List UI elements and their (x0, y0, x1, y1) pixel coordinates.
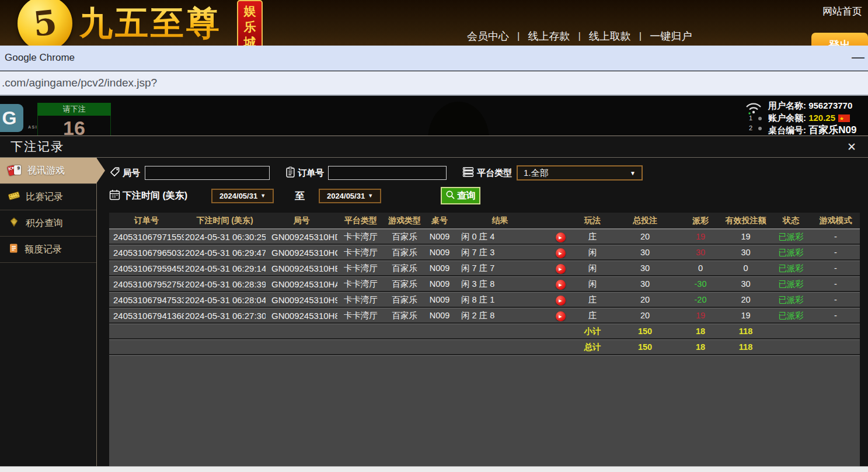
table-list-numbers: 1 2 (749, 113, 762, 133)
app-root: 5 九五至尊 娱乐城 网站首页 会员中心| 线上存款| 线上取款| 一键归户 登… (0, 0, 868, 472)
cell-status: 已派彩 (771, 231, 811, 242)
search-button[interactable]: 查询 (441, 187, 480, 204)
sidebar-item-points-query[interactable]: 积分查询 (0, 210, 96, 237)
nav-separator: | (517, 30, 520, 42)
cell-result: 闲 7 庄 7 (454, 263, 546, 274)
nav-one-key-transfer[interactable]: 一键归户 (650, 29, 692, 43)
clipboard-icon (285, 166, 295, 180)
close-icon[interactable]: ✕ (845, 140, 859, 154)
replay-play-icon[interactable]: ▶ (556, 232, 566, 242)
sidebar-item-label: 比赛记录 (26, 191, 63, 203)
subtotal-label: 小计 (575, 326, 610, 337)
platform-type-select[interactable]: 1.全部 ▼ (517, 165, 643, 181)
svg-text:★: ★ (839, 116, 844, 122)
bet-records-table: 订单号 下注时间 (美东) 局号 平台类型 游戏类型 桌号 结果 玩法 总投注 … (109, 213, 860, 466)
round-number-input[interactable] (145, 166, 270, 180)
nav-deposit[interactable]: 线上存款 (528, 29, 570, 43)
sidebar-item-label: 视讯游戏 (27, 165, 65, 177)
user-info-panel: 用户名称: 956273770 账户余额: 120.25★ 桌台编号: 百家乐N… (768, 99, 856, 136)
replay-play-icon[interactable]: ▶ (556, 311, 566, 321)
sidebar-item-label: 额度记录 (25, 244, 62, 256)
calendar-icon (109, 189, 120, 203)
subtotal-valid: 118 (721, 327, 771, 336)
bet-countdown-widget: 请下注 16 (37, 103, 111, 136)
nav-withdraw[interactable]: 线上取款 (589, 29, 631, 43)
col-header: 局号 (266, 216, 337, 226)
cell-total-bet: 20 (610, 295, 680, 304)
cell-valid-bet: 0 (721, 263, 771, 273)
date-from-picker[interactable]: 2024/05/31 ▼ (211, 189, 274, 203)
cell-platform: 卡卡湾厅 (337, 247, 384, 258)
date-to-picker[interactable]: 2024/05/31 ▼ (319, 189, 381, 203)
balance-value: 120.25 (808, 113, 835, 123)
cell-total-bet: 20 (610, 311, 680, 320)
replay-play-icon[interactable]: ▶ (556, 264, 566, 274)
col-header: 平台类型 (337, 216, 384, 226)
url-text[interactable]: .com/agingame/pcv2/index.jsp? (2, 77, 157, 89)
site-header: 5 九五至尊 娱乐城 网站首页 会员中心| 线上存款| 线上取款| 一键归户 登… (0, 0, 868, 46)
cell-status: 已派彩 (771, 263, 811, 274)
cell-order-no: 240531067941368 (109, 311, 184, 321)
sidebar-item-quota-records[interactable]: 额度记录 (0, 237, 96, 263)
playing-cards-icon: K♥ 9 (8, 165, 22, 176)
cell-replay: ▶ (546, 310, 575, 321)
cell-table-no: N009 (425, 232, 454, 241)
cell-platform: 卡卡湾厅 (337, 294, 384, 306)
platform-type-label: 平台类型 (477, 168, 512, 179)
modal-titlebar: 下注记录 ✕ (0, 136, 868, 158)
cell-game-mode: - (811, 279, 860, 289)
logout-button[interactable]: 登出 (811, 33, 868, 46)
replay-play-icon[interactable]: ▶ (556, 280, 566, 290)
chrome-urlbar[interactable]: .com/agingame/pcv2/index.jsp? (0, 71, 868, 96)
cell-platform: 卡卡湾厅 (337, 231, 384, 242)
ticket-icon (8, 190, 20, 204)
filter-row-2: 下注时间 (美东) 2024/05/31 ▼ 至 2024/05/31 ▼ 查询 (109, 186, 868, 206)
sidebar-item-video-games[interactable]: K♥ 9 视讯游戏 (0, 158, 96, 184)
modal-body: K♥ 9 视讯游戏 比赛记录 积分查询 额度记录 (0, 158, 868, 466)
nav-member-center[interactable]: 会员中心 (467, 29, 509, 43)
cell-round-no: GN009245310HB (266, 263, 337, 273)
game-background-strip: G ASIA GAMING 请下注 16 1 2 用户名称: 956273770… (0, 97, 868, 136)
nav-separator: | (578, 30, 580, 42)
grand-total-valid: 118 (721, 342, 771, 352)
cell-play-side: 闲 (575, 279, 610, 290)
cell-game-type: 百家乐 (384, 247, 425, 258)
cell-payout: 19 (680, 232, 721, 241)
bet-records-modal: 下注记录 ✕ K♥ 9 视讯游戏 比赛记录 积分查询 (0, 136, 868, 466)
cell-play-side: 庄 (575, 294, 610, 306)
order-number-input[interactable] (328, 166, 447, 180)
col-header: 派彩 (680, 216, 721, 226)
modal-content: 局号 订单号 平台类型 1.全部 ▼ 下注时间 (美东) (97, 158, 868, 466)
home-link[interactable]: 网站首页 (822, 5, 862, 18)
sidebar-item-match-records[interactable]: 比赛记录 (0, 184, 96, 210)
chrome-titlebar: Google Chrome — (0, 46, 868, 71)
cell-table-no: N009 (425, 295, 454, 304)
cell-payout: 0 (680, 263, 721, 273)
col-header: 订单号 (109, 216, 184, 226)
cell-payout: -20 (680, 295, 721, 304)
filter-row-1: 局号 订单号 平台类型 1.全部 ▼ (109, 165, 868, 181)
grand-total-total: 150 (610, 342, 680, 352)
table-row: 240531067959455 2024-05-31 06:29:14 GN00… (109, 261, 860, 276)
table-empty-area (109, 355, 860, 466)
cell-total-bet: 30 (610, 263, 680, 273)
cell-table-no: N009 (425, 311, 454, 320)
cell-status: 已派彩 (771, 310, 811, 321)
cell-status: 已派彩 (771, 247, 811, 258)
cell-replay: ▶ (546, 294, 575, 306)
cell-order-no: 240531067952758 (109, 279, 184, 289)
site-logo-text: 九五至尊 (79, 1, 222, 46)
replay-play-icon[interactable]: ▶ (556, 296, 566, 306)
cell-total-bet: 30 (610, 248, 680, 257)
cell-order-no: 240531067947533 (109, 295, 184, 305)
col-header: 总投注 (610, 216, 680, 226)
table-row: 240531067952758 2024-05-31 06:28:39 GN00… (109, 276, 860, 292)
replay-play-icon[interactable]: ▶ (556, 248, 566, 258)
cell-game-mode: - (811, 311, 860, 320)
minimize-button[interactable]: — (849, 49, 867, 67)
grand-total-row: 总计 150 18 118 (109, 339, 860, 355)
col-header: 有效投注额 (721, 216, 771, 226)
date-to-value: 2024/05/31 (327, 192, 365, 200)
sidebar-item-label: 积分查询 (26, 217, 63, 230)
cell-bet-time: 2024-05-31 06:30:25 (184, 232, 266, 242)
